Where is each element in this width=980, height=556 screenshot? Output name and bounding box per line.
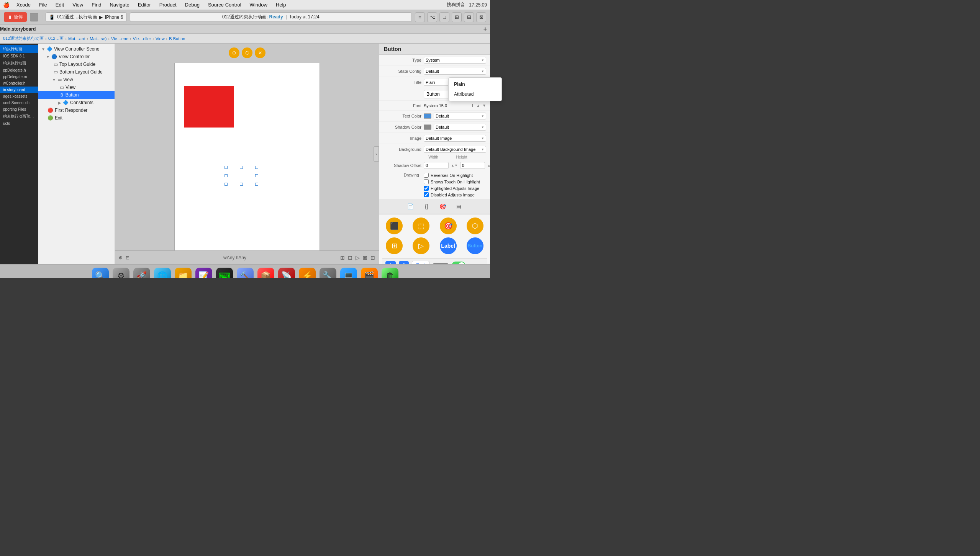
dock-filezilla[interactable]: 📡 bbox=[278, 268, 295, 278]
layout2-icon[interactable]: ⊟ bbox=[464, 12, 474, 22]
square-button[interactable] bbox=[30, 13, 38, 21]
dock-xcode[interactable]: 🔨 bbox=[237, 268, 254, 278]
tree-item-subview[interactable]: ▭ View bbox=[38, 83, 115, 91]
text-color-swatch[interactable] bbox=[424, 113, 431, 119]
dock-finder[interactable]: 🔍 bbox=[92, 268, 109, 278]
shadow-height-input[interactable] bbox=[460, 162, 485, 169]
font-stepper-up[interactable]: ▲ bbox=[476, 103, 480, 108]
dropdown-item-plain[interactable]: Plain bbox=[449, 79, 490, 89]
shadow-width-input[interactable] bbox=[424, 162, 449, 169]
dock-trash[interactable]: 🗑 bbox=[382, 268, 398, 278]
object-item-5[interactable]: ▷ bbox=[409, 237, 433, 254]
tree-item-first-responder[interactable]: 🔴 First Responder bbox=[38, 106, 115, 114]
dock-misc1[interactable]: 📦 bbox=[257, 268, 274, 278]
reverses-on-highlight-checkbox[interactable] bbox=[424, 173, 429, 178]
menubar-product[interactable]: Product bbox=[158, 1, 178, 8]
stop-button[interactable]: ⏸ 暂停 bbox=[4, 12, 27, 22]
shadow-color-swatch[interactable] bbox=[424, 124, 431, 130]
breadcrumb-item-6[interactable]: View bbox=[156, 36, 165, 41]
menubar-window[interactable]: Window bbox=[248, 1, 269, 8]
menubar-editor[interactable]: Editor bbox=[136, 1, 152, 8]
apple-logo-icon[interactable]: 🍎 bbox=[3, 2, 10, 8]
layout3-icon[interactable]: ⊠ bbox=[476, 12, 486, 22]
constraint-icon-5[interactable]: ⊡ bbox=[370, 255, 375, 261]
dock-safari[interactable]: 🌐 bbox=[154, 268, 171, 278]
breadcrumb-item-0[interactable]: 012通过约束执行动画 bbox=[3, 36, 44, 41]
handle-ml[interactable] bbox=[225, 174, 228, 177]
dock-misc5[interactable]: 🎬 bbox=[361, 268, 378, 278]
layout1-icon[interactable]: ⊞ bbox=[452, 12, 462, 22]
text-color-select[interactable]: Default bbox=[434, 113, 486, 119]
breadcrumb-item-1[interactable]: 012…画 bbox=[48, 36, 64, 41]
menubar-file[interactable]: File bbox=[38, 1, 49, 8]
menubar-xcode[interactable]: Xcode bbox=[15, 1, 32, 8]
height-stepper-up[interactable]: ▲▼ bbox=[487, 164, 490, 167]
constraint-icon-2[interactable]: ⊟ bbox=[348, 255, 352, 261]
tree-item-constraints[interactable]: ▶ 🔷 Constraints bbox=[38, 99, 115, 106]
sidebar-item-xcassets[interactable]: ages.xcassets bbox=[0, 93, 38, 100]
quickhelp-tab[interactable]: {} bbox=[423, 202, 431, 211]
navigator-toggle-icon[interactable]: ≡ bbox=[415, 12, 425, 22]
dock-files[interactable]: 📁 bbox=[175, 268, 192, 278]
menubar-source-control[interactable]: Source Control bbox=[206, 1, 243, 8]
breadcrumb-item-5[interactable]: Vie…oller bbox=[133, 36, 151, 41]
dock-misc4[interactable]: 💻 bbox=[340, 268, 357, 278]
menubar-navigate[interactable]: Navigate bbox=[108, 1, 131, 8]
tree-item-view[interactable]: ▼ ▭ View bbox=[38, 76, 115, 83]
handle-tm[interactable] bbox=[240, 166, 243, 169]
dropdown-item-attributed[interactable]: Attributed bbox=[449, 89, 490, 99]
canvas-icon-2[interactable]: ⬡ bbox=[242, 47, 252, 58]
menubar-find[interactable]: Find bbox=[90, 1, 103, 8]
widget-num2-button[interactable]: 2 bbox=[399, 261, 409, 264]
tree-item-exit[interactable]: 🟢 Exit bbox=[38, 114, 115, 122]
identity-inspector-tab[interactable]: 🎯 bbox=[439, 202, 447, 211]
tree-item-viewcontroller[interactable]: ▼ 🔵 View Controller bbox=[38, 53, 115, 61]
object-item-1[interactable]: ⬚ bbox=[409, 217, 433, 234]
dock-system-preferences[interactable]: ⚙ bbox=[113, 268, 129, 278]
dock-launchpad[interactable]: 🚀 bbox=[133, 268, 150, 278]
collapse-panel-arrow[interactable]: › bbox=[374, 146, 379, 162]
font-edit-icon[interactable]: T bbox=[471, 103, 474, 108]
disabled-adjusts-checkbox[interactable] bbox=[424, 192, 429, 197]
debug-toggle-icon[interactable]: ⌥ bbox=[427, 12, 437, 22]
sidebar-item-project[interactable]: 约执行动画 bbox=[0, 45, 38, 53]
constraint-icon-1[interactable]: ⊞ bbox=[340, 255, 345, 261]
dock-onenote[interactable]: 📝 bbox=[195, 268, 212, 278]
dock-misc3[interactable]: 🔧 bbox=[320, 268, 336, 278]
highlighted-adjusts-checkbox[interactable] bbox=[424, 186, 429, 191]
sidebar-item-appdelegate-h[interactable]: ppDelegate.h bbox=[0, 67, 38, 74]
sidebar-item-appdelegate-m[interactable]: ppDelegate.m bbox=[0, 74, 38, 80]
sidebar-item-ios[interactable]: iOS SDK 8.1 bbox=[0, 53, 38, 59]
canvas-icon-1[interactable]: ⊙ bbox=[229, 47, 239, 58]
attributes-inspector-tab[interactable]: ▤ bbox=[455, 202, 463, 211]
menubar-edit[interactable]: Edit bbox=[54, 1, 66, 8]
object-item-2[interactable]: 🎯 bbox=[436, 217, 460, 234]
add-icon[interactable]: + bbox=[483, 26, 487, 33]
handle-bl[interactable] bbox=[225, 183, 228, 186]
handle-tr[interactable] bbox=[255, 166, 258, 169]
tree-item-bottom-layout[interactable]: ▭ Bottom Layout Guide bbox=[38, 68, 115, 76]
dock-misc2[interactable]: ⚡ bbox=[299, 268, 316, 278]
sidebar-item-mainstoryboard[interactable]: in.storyboard bbox=[0, 87, 38, 93]
type-select[interactable]: System bbox=[424, 57, 486, 64]
image-select[interactable]: Default Image bbox=[424, 135, 486, 142]
object-item-4[interactable]: ⊞ bbox=[382, 237, 406, 254]
constraint-icon-3[interactable]: ▷ bbox=[356, 255, 360, 261]
constraint-icon-4[interactable]: ⊠ bbox=[363, 255, 367, 261]
widget-num1-button[interactable]: 1 bbox=[385, 261, 396, 264]
widget-toggle[interactable] bbox=[452, 262, 465, 264]
object-item-button[interactable]: Button bbox=[463, 237, 487, 254]
menubar-view[interactable]: View bbox=[71, 1, 85, 8]
background-select[interactable]: Default Background Image bbox=[424, 146, 486, 153]
sidebar-item-supporting[interactable]: pporting Files bbox=[0, 106, 38, 113]
breadcrumb-item-7[interactable]: B Button bbox=[169, 36, 185, 41]
file-inspector-tab[interactable]: 📄 bbox=[406, 202, 415, 211]
width-stepper-up[interactable]: ▲▼ bbox=[451, 164, 458, 167]
sidebar-item-products[interactable]: ucts bbox=[0, 120, 38, 127]
shadow-color-select[interactable]: Default bbox=[434, 124, 486, 131]
handle-br[interactable] bbox=[255, 183, 258, 186]
tree-item-top-layout[interactable]: ▭ Top Layout Guide bbox=[38, 61, 115, 68]
object-item-label[interactable]: Label bbox=[436, 237, 460, 254]
state-config-select[interactable]: Default bbox=[424, 68, 486, 75]
sidebar-item-delegate-h[interactable]: 约束执行动画 bbox=[0, 59, 38, 67]
